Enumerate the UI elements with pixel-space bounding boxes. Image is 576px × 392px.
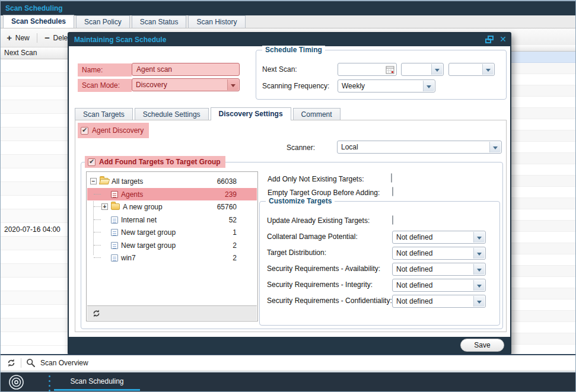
schedule-row[interactable] (1, 141, 68, 155)
tab-scan-policy[interactable]: Scan Policy (76, 15, 130, 28)
dialog-tab-scan-targets[interactable]: Scan Targets (75, 108, 133, 120)
security-requirements-confidentiality-select[interactable]: Not defined (392, 295, 486, 308)
schedule-row[interactable] (1, 59, 68, 73)
name-input[interactable]: Agent scan (132, 63, 240, 76)
tree-item-all-targets[interactable]: All targets66038 (87, 175, 257, 187)
next-scan-date-input[interactable] (338, 63, 397, 76)
target-group-legend-checkbox[interactable] (88, 158, 96, 166)
chevron-down-icon (473, 280, 485, 291)
tree-item-win7[interactable]: win72 (87, 251, 257, 264)
next-scan-column: Next Scan 2020-07-16 04:00 (1, 47, 68, 354)
tree-item-count: 1 (233, 228, 237, 237)
schedule-row[interactable] (1, 114, 68, 128)
next-scan-column-header[interactable]: Next Scan (1, 47, 68, 59)
scan-mode-value: Discovery (132, 79, 239, 91)
next-scan-hour-select[interactable] (401, 63, 444, 76)
target-logo-icon[interactable] (8, 374, 24, 390)
schedule-row[interactable] (1, 73, 68, 87)
collateral-damage-potential-select[interactable]: Not defined (392, 231, 486, 244)
tab-scan-history[interactable]: Scan History (188, 15, 245, 28)
maintaining-scan-schedule-dialog: Maintaining Scan Schedule Name: Agent sc… (68, 32, 511, 355)
statusbar-separator (21, 358, 21, 368)
schedule-row[interactable] (1, 278, 68, 291)
tree-item-label: New target group (121, 228, 176, 237)
security-requirements-integrity-select[interactable]: Not defined (392, 279, 486, 292)
update-already-existing-targets-checkbox[interactable] (392, 215, 393, 225)
tab-scan-status[interactable]: Scan Status (132, 15, 187, 28)
agent-discovery-label: Agent Discovery (92, 126, 144, 135)
target-list-icon (111, 242, 118, 249)
expander-minus-icon[interactable] (90, 178, 97, 184)
scanner-select[interactable]: Local (337, 141, 502, 154)
agent-discovery-option[interactable]: Agent Discovery (78, 123, 149, 138)
tree-item-a-new-group[interactable]: A new group65760 (87, 200, 257, 213)
chevron-down-icon (482, 64, 494, 75)
target-tree: All targets66038Agents239A new group6576… (86, 171, 258, 321)
schedule-row[interactable] (1, 100, 68, 114)
schedule-row[interactable] (1, 128, 68, 141)
security-requirements-confidentiality-label: Security Requirements - Confidentiality: (267, 297, 392, 305)
empty-target-group-checkbox[interactable] (392, 187, 393, 196)
schedule-row[interactable] (1, 209, 68, 223)
tree-item-label: Agents (121, 190, 143, 199)
schedule-row[interactable] (1, 291, 68, 305)
schedule-row[interactable]: 2020-07-16 04:00 (1, 223, 68, 237)
schedule-row[interactable] (1, 155, 68, 168)
next-scan-cell: 2020-07-16 04:00 (4, 225, 61, 234)
schedule-row[interactable] (1, 196, 68, 209)
scanner-label: Scanner: (287, 143, 315, 152)
schedule-row[interactable] (1, 305, 68, 318)
scanning-frequency-label: Scanning Frequency: (262, 79, 329, 93)
close-icon[interactable] (499, 35, 507, 43)
dialog-tab-schedule-settings[interactable]: Schedule Settings (135, 108, 209, 120)
dialog-tab-comment[interactable]: Comment (293, 108, 340, 120)
restore-icon[interactable] (485, 36, 494, 43)
tree-item-internal-net[interactable]: Internal net52 (87, 213, 257, 226)
tree-item-count: 65760 (217, 203, 237, 211)
target-list-icon (111, 216, 118, 224)
add-only-not-existing-checkbox[interactable] (391, 173, 392, 183)
dialog-tab-discovery-settings[interactable]: Discovery Settings (211, 107, 291, 120)
tab-scan-schedules[interactable]: Scan Schedules (3, 15, 74, 28)
scan-mode-label: Scan Mode: (78, 79, 132, 92)
chevron-down-icon (227, 79, 238, 90)
tree-item-new-target-group[interactable]: New target group1 (87, 226, 257, 238)
schedule-row[interactable] (1, 318, 68, 332)
drag-handle-dots[interactable] (49, 375, 50, 391)
schedule-row[interactable] (1, 237, 68, 250)
dialog-title: Maintaining Scan Schedule (69, 33, 510, 46)
window-titlebar: Scan Scheduling (1, 1, 575, 15)
empty-target-group-label: Empty Target Group Before Adding: (268, 189, 380, 197)
refresh-button[interactable] (92, 309, 101, 318)
schedule-row[interactable] (1, 250, 68, 264)
refresh-button[interactable] (7, 358, 16, 368)
tree-item-new-target-group[interactable]: New target group2 (87, 239, 257, 251)
target-group-legend: Add Found Targets To Target Group (85, 156, 225, 168)
schedule-row[interactable] (1, 332, 68, 346)
security-requirements-availability-select[interactable]: Not defined (392, 263, 486, 276)
schedule-row[interactable] (1, 87, 68, 100)
security-requirements-integrity-select-value: Not defined (393, 279, 485, 291)
expander-plus-icon[interactable] (101, 203, 108, 210)
scan-mode-select[interactable]: Discovery (132, 78, 240, 91)
tree-item-label: Internal net (121, 216, 157, 224)
next-scan-minute-select[interactable] (448, 63, 495, 76)
dialog-titlebar[interactable]: Maintaining Scan Schedule (69, 33, 510, 46)
taskbar: Scan Scheduling (1, 371, 575, 391)
target-list-icon (111, 254, 118, 262)
dialog-tabbar: Scan TargetsSchedule SettingsDiscovery S… (75, 107, 342, 120)
add-only-not-existing-label: Add Only Not Existing Targets: (268, 175, 364, 184)
schedule-row[interactable] (1, 182, 68, 196)
scanning-frequency-select[interactable]: Weekly (338, 79, 435, 93)
schedule-row[interactable] (1, 168, 68, 182)
customize-targets-group: Customize Targets Update Already Existin… (259, 201, 500, 326)
schedule-row[interactable] (1, 264, 68, 278)
calendar-icon[interactable] (386, 65, 394, 74)
new-button[interactable]: New (7, 33, 30, 43)
tree-item-agents[interactable]: Agents239 (87, 188, 257, 200)
target-distribution-select[interactable]: Not defined (392, 247, 486, 260)
tree-item-count: 2 (233, 241, 237, 250)
agent-discovery-checkbox[interactable] (81, 127, 88, 135)
search-icon[interactable] (26, 358, 36, 368)
save-button[interactable]: Save (460, 339, 504, 352)
